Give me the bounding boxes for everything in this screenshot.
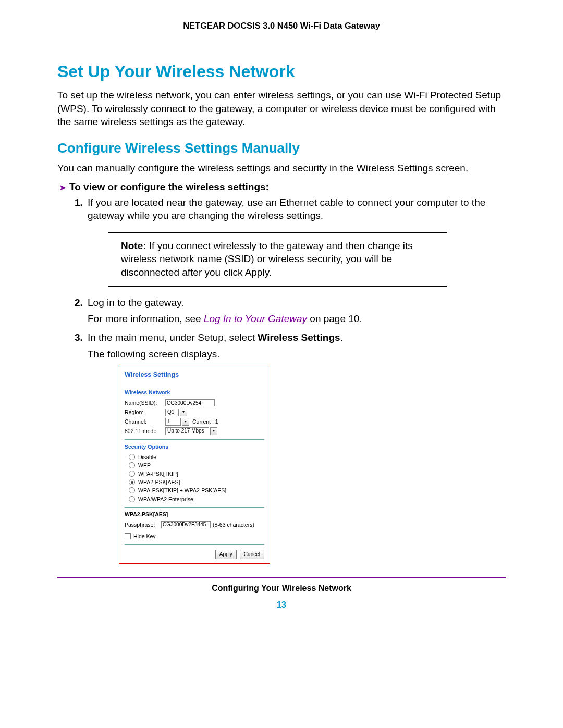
passphrase-label: Passphrase: (125, 521, 161, 528)
security-option-row: WPA-PSK[TKIP] + WPA2-PSK[AES] (129, 487, 264, 494)
security-option-label: WPA-PSK[TKIP] + WPA2-PSK[AES] (138, 487, 226, 494)
page-number: 13 (57, 600, 506, 610)
security-option-row: WPA2-PSK[AES] (129, 478, 264, 486)
region-select[interactable]: Q1 (165, 409, 179, 416)
radio-button[interactable] (129, 462, 135, 468)
security-option-label: WPA/WPA2 Enterprise (138, 496, 193, 503)
step-3a-post: . (340, 332, 343, 343)
footer-text: Configuring Your Wireless Network (57, 584, 506, 593)
chevron-down-icon[interactable]: ▾ (182, 418, 189, 426)
security-option-label: WPA2-PSK[AES] (138, 478, 180, 486)
mode-select[interactable]: Up to 217 Mbps (165, 427, 209, 435)
step-2: Log in to the gateway. For more informat… (85, 296, 506, 326)
note-label: Note: (121, 240, 146, 251)
procedure-heading: ➤To view or configure the wireless setti… (59, 181, 506, 193)
ui-title: Wireless Settings (125, 371, 264, 379)
step-3a-bold: Wireless Settings (258, 332, 340, 343)
security-option-label: Disable (138, 453, 156, 461)
radio-button[interactable] (129, 479, 135, 485)
wireless-settings-screenshot: Wireless Settings Wireless Network Name(… (119, 366, 270, 563)
note-body: If you connect wirelessly to the gateway… (121, 240, 413, 278)
chevron-down-icon[interactable]: ▾ (210, 427, 217, 435)
channel-label: Channel: (125, 418, 165, 425)
step-2a-text: Log in to the gateway. (88, 297, 184, 308)
cancel-button[interactable]: Cancel (240, 550, 264, 559)
mode-label: 802.11 mode: (125, 427, 165, 435)
chevron-right-icon: ➤ (59, 183, 66, 192)
security-option-label: WEP (138, 462, 151, 469)
passphrase-hint: (8-63 characters) (213, 521, 254, 528)
radio-button[interactable] (129, 471, 135, 477)
radio-button[interactable] (129, 496, 135, 502)
procedure-title: To view or configure the wireless settin… (69, 181, 269, 192)
hidekey-label: Hide Key (133, 533, 156, 540)
chevron-down-icon[interactable]: ▾ (180, 409, 187, 416)
hidekey-checkbox[interactable] (125, 533, 131, 539)
ssid-label: Name(SSID): (125, 399, 165, 406)
channel-current: Current : 1 (192, 418, 218, 425)
footer-rule (57, 577, 506, 578)
step-3b-text: The following screen displays. (88, 348, 506, 361)
doc-header: NETGEAR DOCSIS 3.0 N450 Wi-Fi Data Gatew… (57, 21, 506, 31)
radio-button[interactable] (129, 454, 135, 460)
ui-section-wpa: WPA2-PSK[AES] (125, 511, 264, 518)
apply-button[interactable]: Apply (215, 550, 237, 559)
security-option-row: Disable (129, 453, 264, 461)
step-3: In the main menu, under Setup, select Wi… (85, 331, 506, 564)
ssid-input[interactable]: CG3000Dv254 (165, 399, 215, 406)
h1-setup-wireless: Set Up Your Wireless Network (57, 62, 506, 81)
step-3a-pre: In the main menu, under Setup, select (88, 332, 258, 343)
step-1-text: If you are located near the gateway, use… (88, 197, 485, 221)
channel-select[interactable]: 1 (165, 418, 181, 426)
h2-intro-paragraph: You can manually configure the wireless … (57, 162, 506, 175)
h2-configure-manually: Configure Wireless Settings Manually (57, 140, 506, 156)
step-2b-pre: For more information, see (88, 313, 204, 324)
ui-section-network: Wireless Network (125, 389, 264, 396)
security-option-row: WPA/WPA2 Enterprise (129, 496, 264, 503)
region-label: Region: (125, 409, 165, 416)
radio-button[interactable] (129, 487, 135, 493)
step-2b-post: on page 10. (307, 313, 362, 324)
intro-paragraph: To set up the wireless network, you can … (57, 89, 506, 129)
security-option-label: WPA-PSK[TKIP] (138, 470, 178, 477)
passphrase-input[interactable]: CG3000Dv2F3445 (161, 521, 211, 528)
ui-section-security: Security Options (125, 443, 264, 450)
link-login-gateway[interactable]: Log In to Your Gateway (204, 313, 307, 324)
security-option-row: WEP (129, 462, 264, 469)
security-option-row: WPA-PSK[TKIP] (129, 470, 264, 477)
step-1: If you are located near the gateway, use… (85, 196, 506, 287)
note-box: Note: If you connect wirelessly to the g… (108, 232, 447, 287)
